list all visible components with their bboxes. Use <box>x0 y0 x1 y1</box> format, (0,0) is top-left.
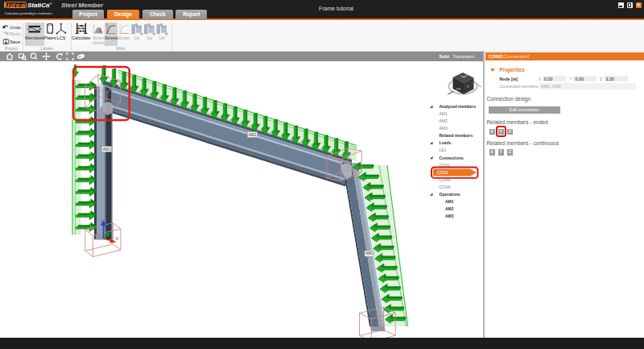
svg-text:AM3: AM3 <box>440 126 448 131</box>
svg-text:Related members: Related members <box>440 133 473 138</box>
svg-text:CON4: CON4 <box>440 185 451 189</box>
svg-text:AM2: AM2 <box>249 133 257 137</box>
svg-text:Operations: Operations <box>440 192 461 197</box>
svg-text:FR: FR <box>456 87 460 91</box>
svg-text:AM3: AM3 <box>445 214 454 218</box>
svg-text:X: X <box>116 236 119 241</box>
svg-text:AM1: AM1 <box>103 147 111 152</box>
svg-text:CON2: CON2 <box>437 170 448 175</box>
svg-text:R: R <box>467 85 469 89</box>
svg-text:AM1: AM1 <box>445 199 454 204</box>
svg-text:AM1: AM1 <box>440 111 448 116</box>
svg-text:AM2: AM2 <box>445 206 454 211</box>
svg-text:AM3: AM3 <box>365 251 374 256</box>
svg-text:Z: Z <box>101 222 103 226</box>
svg-text:CON3: CON3 <box>440 177 451 182</box>
svg-text:Analysed members: Analysed members <box>440 104 477 109</box>
svg-text:Connections: Connections <box>440 156 464 160</box>
svg-text:LE1: LE1 <box>440 147 447 152</box>
svg-text:AM2: AM2 <box>440 118 448 123</box>
svg-text:Loads: Loads <box>440 140 452 145</box>
